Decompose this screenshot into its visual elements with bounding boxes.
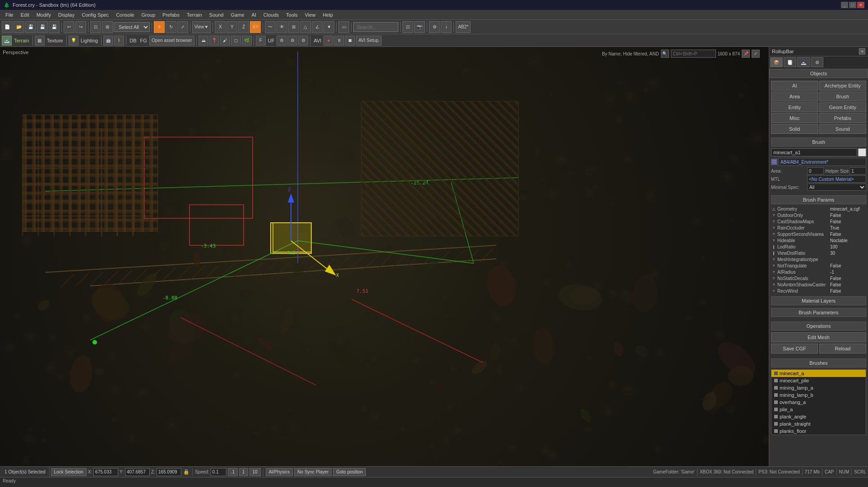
lock-selection-button[interactable]: Lock Selection	[51, 468, 87, 476]
open-button[interactable]: 📂	[14, 21, 24, 33]
helper-size-input[interactable]	[850, 167, 866, 175]
f-btn[interactable]: F	[256, 36, 266, 46]
menu-sound[interactable]: Sound	[206, 11, 227, 18]
lighting-icon[interactable]: 💡	[69, 36, 78, 46]
viewport[interactable]: Perspective By Name, Hide filtered, AND …	[0, 47, 769, 466]
save-button[interactable]: 💾	[25, 21, 36, 33]
gear-btn2[interactable]: ⚙	[287, 36, 297, 46]
avi-setup-btn[interactable]: AVI Setup.	[356, 36, 382, 46]
obj-btn-sound[interactable]: Sound	[819, 124, 867, 134]
open-asset-browser-btn[interactable]: Open asset browser	[149, 36, 194, 46]
brush-list-item[interactable]: mining_lamp_b	[771, 391, 866, 399]
gear-btn1[interactable]: ⚙	[277, 36, 286, 46]
physics-btn[interactable]: ⚙	[429, 21, 440, 33]
area-btn[interactable]: ◻	[231, 36, 241, 46]
uf-label[interactable]: UF	[267, 38, 276, 43]
render-btn[interactable]: 👁	[277, 21, 287, 33]
obj-btn-solid[interactable]: Solid	[771, 124, 818, 134]
rotate-button[interactable]: ↻	[166, 21, 176, 33]
char-btn[interactable]: 🚶	[114, 36, 124, 46]
speed-01-btn[interactable]: .1	[228, 468, 238, 476]
viewport-search-input[interactable]	[671, 50, 716, 58]
fg-label[interactable]: FG	[139, 38, 148, 43]
goto-position-button[interactable]: Goto position	[333, 468, 366, 476]
tab-settings[interactable]: ⚙	[811, 57, 823, 67]
z-coord-input[interactable]	[157, 468, 181, 476]
obj-btn-ai[interactable]: AI	[771, 81, 818, 91]
select-all-dropdown[interactable]: Select All	[114, 22, 150, 32]
foliage-btn[interactable]: 🌿	[242, 36, 252, 46]
y-axis-btn[interactable]: Y	[226, 21, 237, 33]
xy-axis-btn[interactable]: XY	[250, 21, 261, 33]
minimize-button[interactable]: _	[841, 2, 848, 8]
texture-icon[interactable]: ▦	[35, 36, 45, 46]
x-coord-input[interactable]	[93, 468, 118, 476]
obj-btn-archetype-entity[interactable]: Archetype Entity	[819, 81, 867, 91]
texture-label[interactable]: Texture	[46, 38, 65, 43]
tab-terrain[interactable]: 🗻	[797, 57, 810, 67]
paint-btn[interactable]: 🖌	[220, 36, 230, 46]
minimal-spec-select[interactable]: All	[807, 184, 866, 191]
maximize-button[interactable]: □	[849, 2, 856, 8]
obj-btn-entity[interactable]: Entity	[771, 102, 818, 112]
obj-btn-area[interactable]: Area	[771, 92, 818, 101]
grid-btn[interactable]: ⊞	[288, 21, 299, 33]
sound-btn[interactable]: ♪	[441, 21, 452, 33]
brush-list-item[interactable]: plank_angle	[771, 413, 866, 420]
view-dropdown[interactable]: View ▼	[192, 21, 211, 33]
reload-button[interactable]: Reload	[819, 344, 866, 354]
angle-btn[interactable]: ∠	[312, 21, 323, 33]
ai-physics-button[interactable]: AI/Physics	[266, 468, 293, 476]
save-cgf-button[interactable]: Save CGF	[771, 344, 818, 354]
record-btn[interactable]: ●	[323, 36, 333, 46]
tab-objects[interactable]: 📦	[770, 57, 783, 67]
no-sync-player-button[interactable]: No Sync Player	[294, 468, 332, 476]
menu-config-spec[interactable]: Config Spec	[78, 11, 112, 18]
speed-input[interactable]	[211, 468, 226, 476]
brush-name-input[interactable]	[771, 148, 857, 156]
ab2-btn[interactable]: AB2*	[456, 21, 471, 33]
obj-btn-brush[interactable]: Brush	[819, 92, 867, 101]
screenshot-btn[interactable]: 📷	[414, 21, 425, 33]
select-object-btn[interactable]: ⊡	[90, 21, 101, 33]
viewport-maximize-icon[interactable]: ⤢	[752, 50, 760, 58]
edit-mesh-button[interactable]: Edit Mesh	[771, 332, 866, 342]
menu-game[interactable]: Game	[227, 11, 248, 18]
redo-button[interactable]: ↪	[75, 21, 86, 33]
brush-list-item[interactable]: minecart_pile	[771, 377, 866, 384]
tab-layers[interactable]: 📑	[784, 57, 796, 67]
select-filter-btn[interactable]: ⊞	[102, 21, 113, 33]
db-label[interactable]: DB	[128, 38, 138, 43]
stop-btn[interactable]: ⏹	[345, 36, 355, 46]
menu-view[interactable]: View	[301, 11, 319, 18]
mtl-value[interactable]: <No Custom Material>	[807, 175, 866, 183]
terrain-tab[interactable]: 🗻	[2, 36, 12, 46]
menu-file[interactable]: File	[2, 11, 17, 18]
search-field[interactable]	[353, 22, 398, 32]
menu-console[interactable]: Console	[112, 11, 138, 18]
search-icon[interactable]: 🔍	[661, 50, 669, 58]
lighting-label[interactable]: Lighting	[79, 38, 100, 43]
undo-button[interactable]: ↩	[64, 21, 74, 33]
scale-button[interactable]: ⤢	[177, 21, 188, 33]
new-button[interactable]: 📄	[2, 21, 13, 33]
avi-label[interactable]: AVI	[312, 38, 323, 43]
brush-list-item[interactable]: overhang_a	[771, 399, 866, 406]
terrain-edit-btn[interactable]: ⛰	[199, 36, 208, 46]
brush-color-swatch[interactable]	[858, 148, 866, 156]
brush-list-item[interactable]: minecart_a	[771, 370, 866, 377]
obj-btn-geom-entity[interactable]: Geom Entity	[819, 102, 867, 112]
snap-dropdown[interactable]: ▼	[323, 21, 334, 33]
menu-clouds[interactable]: Clouds	[260, 11, 282, 18]
y-coord-input[interactable]	[125, 468, 150, 476]
speed-1-btn[interactable]: 1	[239, 468, 248, 476]
save3-button[interactable]: 💾	[49, 21, 60, 33]
menu-modify[interactable]: Modify	[33, 11, 55, 18]
menu-group[interactable]: Group	[138, 11, 159, 18]
brush-list-item[interactable]: plank_straight	[771, 420, 866, 427]
terrain-label[interactable]: Terrain	[13, 38, 31, 43]
menu-tools[interactable]: Tools	[282, 11, 301, 18]
speed-10-btn[interactable]: 10	[249, 468, 261, 476]
rollup-close-btn[interactable]: ✕	[859, 48, 865, 55]
obj-btn-misc[interactable]: Misc	[771, 113, 818, 123]
